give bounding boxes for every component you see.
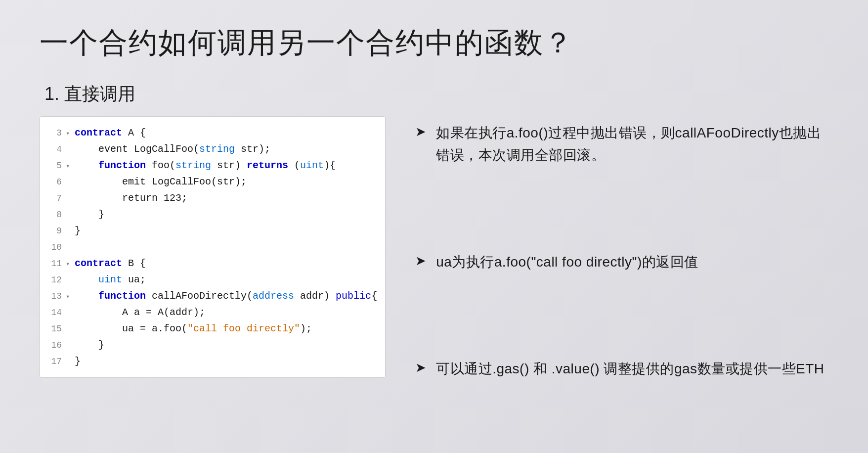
- code-content: event LogCallFoo(string str);: [75, 141, 377, 157]
- bullet-arrow-icon: ➤: [415, 253, 426, 269]
- bullet-text: 如果在执行a.foo()过程中抛出错误，则callAFooDirectly也抛出…: [436, 122, 828, 167]
- code-token: returns: [247, 160, 288, 171]
- code-token: ua = a.foo(: [75, 323, 187, 334]
- code-token: str): [211, 160, 247, 171]
- section-title: 1. 直接调用: [40, 82, 386, 106]
- right-panel: ➤如果在执行a.foo()过程中抛出错误，则callAFooDirectly也抛…: [415, 82, 828, 429]
- line-number: 11: [48, 257, 62, 272]
- content-area: 1. 直接调用 3▾contract A {4 event LogCallFoo…: [40, 82, 828, 429]
- code-token: }: [75, 209, 104, 220]
- code-token: [75, 160, 98, 171]
- code-token: }: [75, 225, 81, 236]
- code-token: }: [75, 356, 81, 367]
- line-number: 6: [48, 175, 62, 190]
- code-content: }: [75, 353, 377, 369]
- code-line: 17 }: [40, 353, 385, 369]
- bullet-text: 可以通过.gas() 和 .value() 调整提供的gas数量或提供一些ETH: [436, 358, 824, 380]
- code-line: 15 ua = a.foo("call foo directly");: [40, 320, 385, 337]
- bullet-arrow-icon: ➤: [415, 360, 426, 375]
- code-content: }: [75, 337, 377, 353]
- code-content: uint ua;: [75, 272, 377, 288]
- code-token: function: [98, 160, 146, 171]
- code-token: string: [175, 160, 211, 171]
- line-number: 16: [48, 338, 62, 353]
- line-number: 3: [48, 126, 62, 141]
- code-line: 13▾ function callAFooDirectly(address ad…: [40, 288, 385, 304]
- code-line: 10: [40, 239, 385, 255]
- line-number: 8: [48, 208, 62, 223]
- page-title: 一个合约如何调用另一个合约中的函数？: [40, 24, 828, 62]
- code-token: A a = A(addr);: [75, 307, 205, 318]
- code-token: B {: [122, 258, 146, 269]
- code-line: 6 emit LogCallFoo(str);: [40, 174, 385, 190]
- code-token: return 123;: [75, 192, 187, 204]
- code-token: A {: [122, 127, 146, 138]
- code-token: string: [199, 143, 235, 155]
- code-line: 8 }: [40, 206, 385, 223]
- line-number: 10: [48, 240, 62, 255]
- code-line: 4 event LogCallFoo(string str);: [40, 141, 385, 157]
- code-token: uint: [300, 160, 324, 171]
- code-line: 14 A a = A(addr);: [40, 304, 385, 320]
- code-token: function: [98, 290, 146, 302]
- code-token: (: [288, 160, 300, 171]
- code-line: 7 return 123;: [40, 190, 385, 206]
- code-content: }: [75, 223, 377, 239]
- code-token: uint: [98, 274, 122, 285]
- fold-arrow: ▾: [66, 161, 73, 172]
- code-token: addr): [294, 290, 336, 302]
- code-token: }: [75, 339, 104, 351]
- code-token: address: [253, 290, 294, 302]
- bullet-item: ➤如果在执行a.foo()过程中抛出错误，则callAFooDirectly也抛…: [415, 122, 828, 167]
- code-content: emit LogCallFoo(str);: [75, 174, 377, 190]
- code-content: [75, 239, 377, 255]
- fold-arrow: ▾: [66, 128, 73, 139]
- line-number: 15: [48, 322, 62, 337]
- code-token: str);: [235, 143, 270, 155]
- bullet-item: ➤ua为执行a.foo("call foo directly")的返回值: [415, 251, 828, 273]
- code-line: 3▾contract A {: [40, 125, 385, 141]
- line-number: 9: [48, 224, 62, 239]
- code-block: 3▾contract A {4 event LogCallFoo(string …: [40, 116, 386, 378]
- line-number: 12: [48, 273, 62, 288]
- bullet-item: ➤可以通过.gas() 和 .value() 调整提供的gas数量或提供一些ET…: [415, 358, 828, 380]
- code-content: }: [75, 206, 377, 223]
- fold-arrow: ▾: [66, 259, 73, 270]
- code-token: );: [300, 323, 312, 334]
- code-content: return 123;: [75, 190, 377, 206]
- left-panel: 1. 直接调用 3▾contract A {4 event LogCallFoo…: [40, 82, 386, 429]
- code-token: ua;: [122, 274, 146, 285]
- line-number: 7: [48, 191, 62, 206]
- code-content: function callAFooDirectly(address addr) …: [75, 288, 377, 304]
- line-number: 4: [48, 142, 62, 157]
- code-content: A a = A(addr);: [75, 304, 377, 320]
- code-content: ua = a.foo("call foo directly");: [75, 320, 377, 337]
- code-line: 12 uint ua;: [40, 272, 385, 288]
- code-token: foo(: [146, 160, 175, 171]
- code-content: contract A {: [75, 125, 377, 141]
- line-number: 14: [48, 306, 62, 320]
- line-number: 17: [48, 355, 62, 369]
- code-token: [75, 274, 98, 285]
- code-token: contract: [75, 127, 122, 138]
- code-line: 5▾ function foo(string str) returns (uin…: [40, 157, 385, 174]
- code-content: function foo(string str) returns (uint){: [75, 157, 377, 174]
- line-number: 5: [48, 159, 62, 174]
- code-token: event LogCallFoo(: [75, 143, 199, 155]
- code-token: contract: [75, 258, 122, 269]
- code-line: 11▾contract B {: [40, 255, 385, 272]
- line-number: 13: [48, 289, 62, 304]
- code-line: 16 }: [40, 337, 385, 353]
- code-line: 9 }: [40, 223, 385, 239]
- bullet-arrow-icon: ➤: [415, 124, 426, 139]
- code-token: ){: [324, 160, 336, 171]
- code-token: [75, 290, 98, 302]
- code-content: contract B {: [75, 255, 377, 272]
- bullet-text: ua为执行a.foo("call foo directly")的返回值: [436, 251, 698, 273]
- code-token: public: [336, 290, 371, 302]
- code-token: emit LogCallFoo(str);: [75, 176, 247, 187]
- code-token: {: [371, 290, 377, 302]
- code-token: callAFooDirectly(: [146, 290, 253, 302]
- code-token: "call foo directly": [187, 323, 300, 334]
- fold-arrow: ▾: [66, 291, 73, 303]
